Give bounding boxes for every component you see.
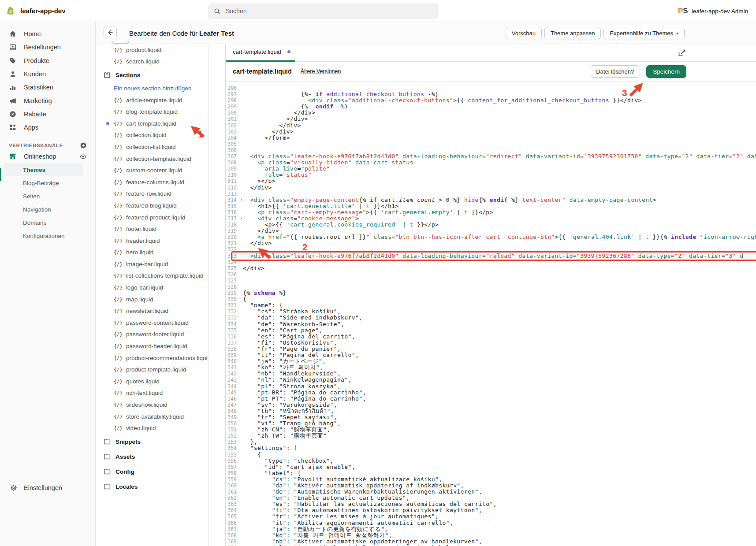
code-line-367[interactable]: 367 "ja": "自動カートの更新を有効にする", [226, 526, 756, 532]
tree-file-newsletter.liquid[interactable]: {/}newsletter.liquid [96, 305, 208, 317]
code-line-327[interactable]: 327 [226, 278, 756, 284]
code-line-330[interactable]: 330{ [226, 296, 756, 302]
tree-file-image-bar.liquid[interactable]: {/}image-bar.liquid [96, 258, 208, 270]
tree-file-list-collections-template.liquid[interactable]: {/}list-collections-template.liquid [96, 270, 208, 282]
code-line-341[interactable]: 341 "ko": "카트 페이지", [226, 364, 756, 371]
tree-file-password-footer.liquid[interactable]: {/}password-footer.liquid [96, 329, 208, 341]
tree-folder-locales[interactable]: Locales [96, 479, 208, 494]
code-line-339[interactable]: 339 "it": "Pagina del carrello", [226, 352, 756, 358]
sidebar-item-navigation[interactable]: Navigation [4, 203, 83, 216]
fold-caret-icon[interactable]: ▾ [240, 215, 242, 222]
code-line-355[interactable]: 355 { [226, 452, 756, 458]
search-input[interactable] [225, 7, 433, 15]
sidebar-item-onlineshop[interactable]: Onlineshop [0, 150, 95, 163]
code-line-369[interactable]: 369 "nb": "Aktiver automatiske oppdateri… [226, 539, 756, 545]
tree-file-rich-text.liquid[interactable]: {/}rich-text.liquid [96, 387, 208, 399]
sidebar-item-domains[interactable]: Domains [4, 216, 83, 229]
tree-file-featured-blog.liquid[interactable]: {/}featured-blog.liquid [96, 200, 208, 212]
sidebar-item-produkte[interactable]: Produkte [0, 54, 95, 67]
tree-file-password-header.liquid[interactable]: {/}password-header.liquid [96, 340, 208, 352]
code-line-361[interactable]: 361 "de": "Automatische Warenkorbaktuali… [226, 489, 756, 495]
code-line-303[interactable]: 303 </div> [226, 129, 756, 135]
code-area[interactable]: 296297 {%- if additional_checkout_button… [226, 82, 756, 546]
tab-cart-template[interactable]: cart-template.liquid [233, 48, 290, 55]
store-menu[interactable]: S leafer-app-dev [0, 6, 132, 16]
code-line-319[interactable]: 319 </div> [226, 228, 756, 234]
sidebar-item-home[interactable]: Home [0, 27, 95, 41]
tree-file-search.liquid[interactable]: {/}search.liquid [96, 56, 208, 68]
code-line-363[interactable]: 363 "es": "Habilitar las actualizaciones… [226, 501, 756, 507]
code-line-329[interactable]: 329{% schema %} [226, 290, 756, 296]
code-line-306[interactable]: 306 [226, 147, 756, 153]
code-line-313[interactable]: 313 [226, 191, 756, 197]
code-line-350[interactable]: 350 "vi": "Trang giỏ hàng", [226, 420, 756, 427]
code-line-356[interactable]: 356 "type": "checkbox", [226, 458, 756, 464]
tree-file-cart-template.liquid[interactable]: {/}cart-template.liquid [96, 118, 208, 130]
sidebar-item-apps[interactable]: Apps [0, 121, 95, 134]
tree-file-product-recommendations.liquid[interactable]: {/}product-recommendations.liquid [96, 352, 208, 364]
code-line-358[interactable]: 358 "label": { [226, 470, 756, 476]
code-line-352[interactable]: 352 "zh-TW": "購物車頁面" [226, 433, 756, 439]
code-line-311[interactable]: 311 ></p> [226, 178, 756, 184]
tree-file-article-template.liquid[interactable]: {/}article-template.liquid [96, 94, 208, 106]
delete-file-button[interactable]: Datei löschen? [590, 65, 640, 78]
code-line-308[interactable]: 308 <p class="visually-hidden" data-cart… [226, 160, 756, 166]
code-line-366[interactable]: 366 "it": "Abilita aggiornamenti automat… [226, 520, 756, 526]
code-line-305[interactable]: 305 [226, 141, 756, 147]
code-line-310[interactable]: 310 role="status" [226, 172, 756, 178]
tree-file-slideshow.liquid[interactable]: {/}slideshow.liquid [96, 399, 208, 411]
code-line-353[interactable]: 353 }, [226, 439, 756, 445]
sidebar-item-kunden[interactable]: Kunden [0, 67, 95, 81]
tree-file-product-template.liquid[interactable]: {/}product-template.liquid [96, 364, 208, 375]
code-line-351[interactable]: 351 "zh-CN": "购物车页面", [226, 427, 756, 433]
add-new-section-link[interactable]: Ein neues section hinzufügen [96, 82, 208, 94]
code-line-320[interactable]: 320 <a href="{{ routes.root_url }}" clas… [226, 234, 756, 240]
code-line-298[interactable]: 298 <div class="additional-checkout-butt… [226, 97, 756, 104]
tree-file-store-availability.liquid[interactable]: {/}store-availability.liquid [96, 411, 208, 423]
tree-file-map.liquid[interactable]: {/}map.liquid [96, 293, 208, 305]
code-line-360[interactable]: 360 "da": "Aktivér automatisk opdatering… [226, 483, 756, 489]
save-button[interactable]: Speichern [646, 65, 686, 78]
preview-button[interactable]: Vorschau [506, 27, 542, 39]
code-line-334[interactable]: 334 "de": "Warenkorb-Seite", [226, 321, 756, 327]
code-line-309[interactable]: 309 aria-live="polite" [226, 166, 756, 172]
tree-file-product.liquid[interactable]: {/}product.liquid [96, 44, 208, 56]
code-line-302[interactable]: 302 </div> [226, 123, 756, 129]
tree-file-hero.liquid[interactable]: {/}hero.liquid [96, 247, 208, 259]
code-line-314[interactable]: 314▾ <div class="empty-page-content{% if… [226, 197, 756, 203]
tree-file-collection.liquid[interactable]: {/}collection.liquid [96, 130, 208, 141]
code-line-340[interactable]: 340 "ja": "カートページ", [226, 358, 756, 364]
tree-file-password-content.liquid[interactable]: {/}password-content.liquid [96, 317, 208, 329]
tree-file-video.liquid[interactable]: {/}video.liquid [96, 422, 208, 434]
code-line-317[interactable]: 317▾ <div class="cookie-message"> [226, 215, 756, 222]
code-line-364[interactable]: 364 "fi": "Ota automaattinen ostoskorin … [226, 507, 756, 513]
code-line-332[interactable]: 332 "cs": "Stránka košíku", [226, 308, 756, 315]
sidebar-item-themes[interactable]: Themes [4, 163, 83, 176]
add-channel-icon[interactable] [80, 142, 87, 149]
tree-file-custom-content.liquid[interactable]: {/}custom-content.liquid [96, 164, 208, 176]
code-line-348[interactable]: 348 "th": "หน้าตะกร้าสินค้า", [226, 408, 756, 414]
tree-file-footer.liquid[interactable]: {/}footer.liquid [96, 223, 208, 235]
code-line-326[interactable]: 326 [226, 271, 756, 278]
tree-file-feature-columns.liquid[interactable]: {/}feature-columns.liquid [96, 176, 208, 188]
fold-caret-icon[interactable]: ▾ [240, 197, 242, 203]
code-line-307[interactable]: 307 <div class="leafer-hook-e976f7ab8f2d… [226, 153, 756, 160]
older-versions-link[interactable]: Ältere Versionen [301, 68, 341, 74]
tree-file-collection-list.liquid[interactable]: {/}collection-list.liquid [96, 141, 208, 153]
code-line-344[interactable]: 344 "pl": "Strona koszyka", [226, 383, 756, 390]
code-line-343[interactable]: 343 "nl": "Winkelwagenpagina", [226, 377, 756, 383]
account-menu[interactable]: PS leafer-app-dev Admin [678, 0, 748, 22]
sidebar-item-statistiken[interactable]: Statistiken [0, 81, 95, 94]
code-line-368[interactable]: 368 "ko": "자동 카트 업데이트 활성화하기", [226, 532, 756, 539]
code-line-354[interactable]: 354 "settings": [ [226, 445, 756, 451]
tree-folder-snippets[interactable]: Snippets [96, 434, 208, 449]
code-line-328[interactable]: 328 [226, 284, 756, 290]
code-line-296[interactable]: 296 [226, 85, 756, 91]
tree-file-featured-product.liquid[interactable]: {/}featured-product.liquid [96, 212, 208, 223]
code-line-338[interactable]: 338 "fr": "Page du panier", [226, 346, 756, 352]
code-line-321[interactable]: 321 </div> [226, 240, 756, 246]
tree-file-blog-template.liquid[interactable]: {/}blog-template.liquid [96, 106, 208, 118]
code-line-318[interactable]: 318 <p>{{ 'cart.general.cookies_required… [226, 222, 756, 228]
code-line-325[interactable]: 325</div> [226, 265, 756, 271]
sidebar-item-rabatte[interactable]: Rabatte [0, 108, 95, 121]
